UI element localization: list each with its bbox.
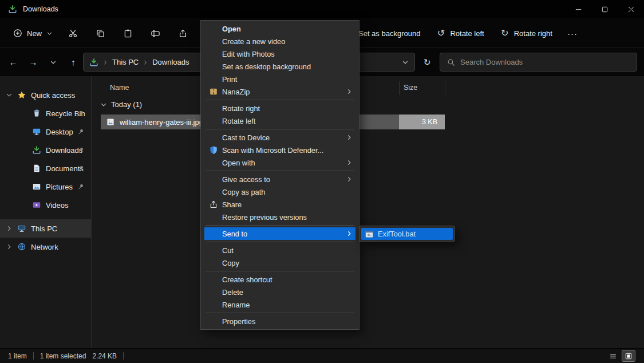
menu-item-label: Print (222, 75, 237, 84)
menu-item-label: Edit with Photos (222, 50, 275, 58)
copy-button[interactable] (87, 23, 113, 43)
column-divider[interactable] (399, 81, 400, 95)
maximize-button[interactable] (591, 0, 618, 18)
rotate-left-button[interactable]: ↺Rotate left (428, 23, 492, 43)
sidebar-item-pictures[interactable]: Pictures (0, 177, 91, 196)
cut-button[interactable] (60, 23, 86, 43)
set-as-background-button-label: Set as background (358, 29, 420, 38)
context-menu-item-cast-to-device[interactable]: Cast to Device (204, 131, 355, 144)
back-button[interactable]: ← (3, 53, 23, 72)
context-menu-item-create-a-new-video[interactable]: Create a new video (204, 35, 355, 48)
status-divider (33, 352, 34, 360)
sidebar-item-recycle-bin[interactable]: Recycle Bin (0, 104, 91, 123)
menu-separator (206, 100, 354, 100)
context-menu-item-nanazip[interactable]: NanaZip (204, 85, 355, 98)
context-menu-item-create-shortcut[interactable]: Create shortcut (204, 273, 355, 286)
sidebar-item-label: Network (31, 243, 58, 251)
view-toggle-buttons (607, 350, 635, 361)
group-header[interactable]: Today (1) (100, 100, 142, 109)
file-name: william-henry-gates-iii.jpg (120, 118, 203, 127)
address-dropdown-icon[interactable] (402, 59, 409, 66)
menu-item-label: Properties (222, 317, 255, 326)
context-menu-item-rotate-left[interactable]: Rotate left (204, 115, 355, 127)
paste-button[interactable] (114, 23, 141, 43)
search-input[interactable] (460, 58, 630, 66)
context-menu-item-edit-with-photos[interactable]: Edit with Photos (204, 48, 355, 60)
documents-icon (32, 164, 41, 173)
sidebar-item-this-pc[interactable]: This PC (0, 219, 91, 238)
context-menu-item-set-as-desktop-background[interactable]: Set as desktop background (204, 60, 355, 73)
more-options-button[interactable]: ··· (561, 23, 584, 43)
nav-buttons: ← → ↑ (3, 53, 83, 72)
context-menu-item-rotate-right[interactable]: Rotate right (204, 102, 355, 115)
context-menu-item-properties[interactable]: Properties (204, 315, 355, 328)
star-icon (17, 90, 26, 100)
selection-size: 2.24 KB (92, 352, 117, 360)
menu-item-label: NanaZip (222, 88, 250, 96)
details-view-button[interactable] (607, 350, 619, 361)
sidebar-item-downloads[interactable]: Downloads (0, 141, 91, 159)
refresh-button[interactable]: ↻ (417, 53, 437, 72)
breadcrumb-this-pc[interactable]: This PC (112, 58, 139, 66)
context-menu-item-print[interactable]: Print (204, 73, 355, 85)
plus-circle-icon (13, 29, 22, 38)
forward-button[interactable]: → (23, 53, 43, 72)
selection-count: 1 item selected (40, 352, 86, 360)
context-menu-item-give-access-to[interactable]: Give access to (204, 173, 355, 186)
close-button[interactable] (618, 0, 644, 18)
context-menu-item-rename[interactable]: Rename (204, 298, 355, 311)
chevron-down-icon (50, 59, 57, 66)
context-menu-item-share[interactable]: Share (204, 198, 355, 211)
this-pc-icon (17, 224, 26, 233)
sidebar-item-desktop[interactable]: Desktop (0, 123, 91, 141)
menu-separator (206, 242, 354, 242)
context-menu-item-cut[interactable]: Cut (204, 244, 355, 257)
pictures-icon (32, 182, 41, 191)
context-menu-item-copy-as-path[interactable]: Copy as path (204, 186, 355, 198)
menu-item-label: Share (222, 200, 242, 209)
defender-icon (209, 145, 218, 155)
column-divider[interactable] (445, 81, 445, 95)
submenu-item-exiftool-bat[interactable]: ExifTool.bat (361, 228, 453, 240)
context-menu-item-open[interactable]: Open (204, 22, 355, 35)
sidebar-item-label: Quick access (31, 91, 75, 100)
recent-locations-button[interactable] (44, 53, 63, 72)
status-bar: 1 item 1 item selected 2.24 KB (0, 348, 644, 363)
file-size: 3 KB (399, 115, 445, 129)
rotate-right-icon: ↻ (500, 29, 509, 38)
minimize-button[interactable] (565, 0, 591, 18)
chevron-right-icon (143, 60, 148, 65)
new-button[interactable]: New (7, 23, 59, 43)
context-menu-item-delete[interactable]: Delete (204, 286, 355, 298)
menu-item-label: Cut (222, 246, 234, 255)
column-header-name[interactable]: Name (110, 84, 129, 92)
share-icon (209, 200, 218, 209)
sidebar-item-documents[interactable]: Documents (0, 159, 91, 177)
downloads-icon (89, 58, 98, 67)
chevron-down-icon (100, 101, 107, 108)
column-header-size[interactable]: Size (404, 84, 417, 92)
share-button[interactable] (169, 23, 196, 43)
image-file-icon (106, 117, 115, 127)
sidebar-item-videos[interactable]: Videos (0, 196, 91, 214)
context-menu-item-copy[interactable]: Copy (204, 257, 355, 269)
up-button[interactable]: ↑ (64, 53, 83, 72)
chevron-down-icon (6, 92, 13, 98)
sidebar-item-label: Videos (46, 201, 69, 210)
chevron-right-icon (346, 159, 353, 166)
rename-button[interactable] (142, 23, 168, 43)
large-icons-view-button[interactable] (622, 350, 635, 361)
videos-icon (32, 200, 41, 210)
context-menu-item-restore-previous-versions[interactable]: Restore previous versions (204, 211, 355, 223)
context-menu-item-send-to[interactable]: Send to (204, 227, 355, 240)
breadcrumb-downloads[interactable]: Downloads (152, 58, 189, 66)
context-menu-item-open-with[interactable]: Open with (204, 156, 355, 169)
copy-icon (96, 29, 105, 38)
search-box[interactable] (440, 53, 637, 72)
rotate-right-button[interactable]: ↻Rotate right (492, 23, 560, 43)
sidebar-item-network[interactable]: Network (0, 238, 91, 256)
sidebar-item-label: Desktop (46, 128, 73, 136)
sidebar-item-quick-access[interactable]: Quick access (0, 86, 91, 104)
up-arrow-icon: ↑ (71, 58, 76, 66)
context-menu-item-scan-with-microsoft-defender[interactable]: Scan with Microsoft Defender... (204, 144, 355, 156)
